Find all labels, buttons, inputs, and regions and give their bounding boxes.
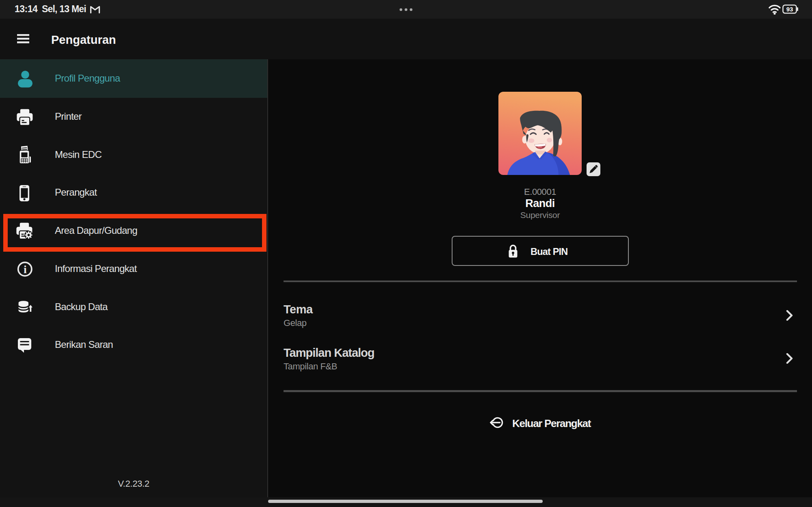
svg-text:93: 93	[786, 6, 793, 13]
svg-text:i: i	[24, 263, 27, 276]
